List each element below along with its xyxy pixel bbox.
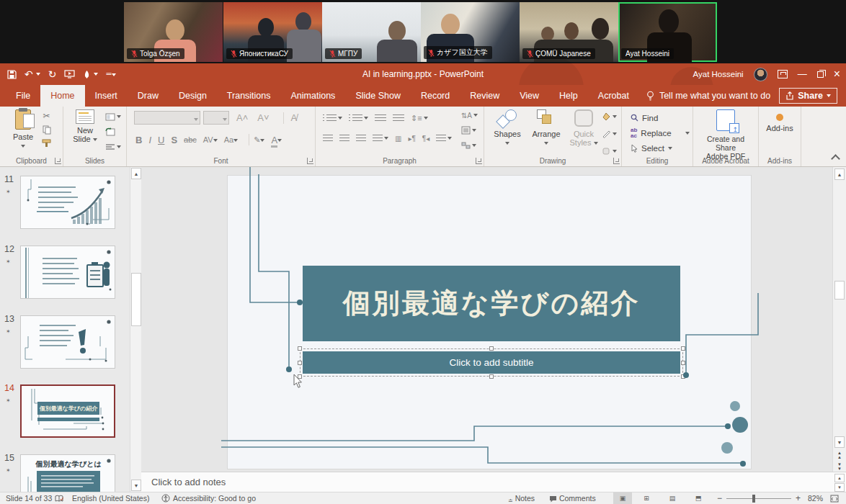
customize-qat-icon[interactable]: ═: [106, 70, 115, 78]
text-shadow-button[interactable]: S: [171, 135, 177, 145]
ribbon-display-options-icon[interactable]: [778, 70, 788, 78]
zoom-slider-knob[interactable]: [752, 495, 755, 503]
bold-button[interactable]: B: [135, 135, 142, 145]
font-dialog-launcher[interactable]: [307, 158, 313, 164]
tab-home[interactable]: Home: [40, 85, 84, 107]
tab-slide-show[interactable]: Slide Show: [345, 85, 411, 107]
strikethrough-button[interactable]: abc: [184, 135, 197, 144]
scroll-up-icon[interactable]: ▲: [834, 168, 845, 180]
scroll-down-icon[interactable]: ▼: [834, 436, 845, 448]
shape-fill-icon[interactable]: [602, 112, 611, 121]
select-button[interactable]: Select: [631, 141, 690, 155]
participant-video-active-speaker[interactable]: Ayat Hosseini: [618, 2, 717, 62]
slide-title-box[interactable]: 個別最適な学びの紹介: [303, 266, 680, 341]
selection-handle[interactable]: [298, 361, 302, 365]
text-direction-rtl-icon[interactable]: ¶◂: [422, 135, 429, 143]
copy-icon[interactable]: [43, 125, 51, 135]
font-name-combobox[interactable]: [134, 111, 200, 125]
fit-to-window-icon[interactable]: [830, 492, 839, 504]
notes-toggle[interactable]: ≐ Notes: [508, 492, 535, 504]
previous-slide-icon[interactable]: ▲▲: [834, 451, 845, 459]
tab-animations[interactable]: Animations: [281, 85, 346, 107]
zoom-in-icon[interactable]: +: [796, 492, 801, 504]
selection-handle[interactable]: [489, 346, 494, 351]
create-pdf-button[interactable]: Create and Share Adobe PDF: [696, 109, 755, 161]
thumbnail-scrollbar[interactable]: ▲ ▼: [130, 167, 141, 492]
find-button[interactable]: Find: [631, 111, 690, 125]
tab-transitions[interactable]: Transitions: [217, 85, 281, 107]
quick-styles-button[interactable]: Quick Styles: [565, 109, 602, 147]
save-icon[interactable]: [7, 70, 17, 79]
slide-sorter-view-button[interactable]: ⊞: [637, 492, 656, 504]
undo-icon[interactable]: ↶: [25, 68, 33, 80]
format-painter-icon[interactable]: [42, 139, 51, 148]
selection-handle[interactable]: [681, 346, 685, 351]
selection-handle[interactable]: [681, 374, 685, 379]
drawing-dialog-launcher[interactable]: [613, 158, 620, 164]
align-right-icon[interactable]: [356, 135, 366, 143]
text-direction-icon[interactable]: ⇅A: [461, 112, 472, 120]
selection-handle[interactable]: [681, 361, 685, 365]
tab-help[interactable]: Help: [549, 85, 588, 107]
bullets-icon[interactable]: [326, 114, 337, 122]
notes-scroll-down-icon[interactable]: ▼: [834, 483, 845, 492]
decrease-indent-icon[interactable]: [375, 114, 386, 122]
new-slide-button[interactable]: New Slide: [66, 109, 104, 143]
slide-thumbnail-15[interactable]: 個別最適な学びとは: [20, 454, 115, 492]
paste-button[interactable]: Paste: [4, 109, 42, 150]
shape-effects-icon[interactable]: [602, 147, 611, 156]
tab-insert[interactable]: Insert: [85, 85, 128, 107]
clipboard-dialog-launcher[interactable]: [55, 158, 61, 164]
notes-panel[interactable]: Click to add notes: [141, 472, 846, 492]
slide-layout-icon[interactable]: [105, 113, 115, 121]
tab-record[interactable]: Record: [411, 85, 460, 107]
animation-star-icon[interactable]: ✶: [6, 189, 11, 195]
animation-star-icon[interactable]: ✶: [6, 258, 11, 265]
tab-review[interactable]: Review: [460, 85, 509, 107]
zoom-slider-track[interactable]: [726, 498, 791, 499]
highlight-color-button[interactable]: ✎: [254, 135, 264, 145]
shape-outline-icon[interactable]: [602, 130, 611, 138]
cut-icon[interactable]: ✂: [43, 111, 50, 121]
justify-icon[interactable]: [373, 135, 383, 143]
participant-video[interactable]: Tolga Özşen: [124, 2, 223, 62]
font-size-combobox[interactable]: [203, 111, 229, 125]
italic-button[interactable]: I: [148, 135, 151, 145]
text-direction-ltr-icon[interactable]: ▸¶: [408, 135, 415, 143]
close-button[interactable]: ×: [834, 63, 840, 85]
selection-handle[interactable]: [298, 346, 302, 351]
font-color-button[interactable]: A: [271, 135, 282, 145]
align-center-icon[interactable]: [339, 135, 349, 143]
selection-handle[interactable]: [298, 374, 302, 379]
shapes-button[interactable]: Shapes: [489, 109, 526, 147]
undo-dropdown-icon[interactable]: [36, 73, 40, 78]
slideshow-button[interactable]: ⬒: [689, 492, 708, 504]
normal-view-button[interactable]: ▣: [613, 492, 632, 504]
align-left-icon[interactable]: [323, 135, 333, 143]
canvas-scrollbar[interactable]: ▲ ▼ ▲▲ ▼▼: [832, 167, 846, 472]
tab-file[interactable]: File: [6, 85, 40, 107]
columns-icon[interactable]: ▥: [395, 135, 401, 143]
animation-star-icon[interactable]: ✶: [6, 328, 11, 335]
account-avatar[interactable]: [754, 68, 767, 81]
add-remove-columns-icon[interactable]: [436, 135, 446, 143]
accessibility-status[interactable]: Accessibility: Good to go: [173, 492, 256, 504]
zoom-level[interactable]: 82%: [808, 492, 823, 504]
thumbnail-scroll-down-icon[interactable]: ▼: [131, 480, 141, 491]
tab-view[interactable]: View: [509, 85, 549, 107]
arrange-button[interactable]: Arrange: [527, 109, 565, 147]
replace-button[interactable]: abacReplace: [631, 126, 690, 140]
tab-draw[interactable]: Draw: [128, 85, 169, 107]
thumbnail-scroll-up-icon[interactable]: ▲: [131, 168, 141, 179]
accessibility-icon[interactable]: [161, 492, 170, 504]
minimize-button[interactable]: —: [798, 63, 807, 85]
collapse-ribbon-icon[interactable]: [831, 154, 840, 163]
subtitle-selection-border[interactable]: [300, 348, 683, 377]
account-user-name[interactable]: Ayat Hosseini: [693, 70, 744, 78]
align-text-icon[interactable]: [461, 126, 471, 135]
participant-video[interactable]: МГПУ: [322, 2, 421, 62]
participant-video[interactable]: ÇOMÜ Japanese: [520, 2, 618, 62]
character-spacing-button[interactable]: AV: [203, 135, 218, 144]
reset-slide-icon[interactable]: [105, 127, 115, 136]
slide-thumbnail-13[interactable]: [20, 315, 115, 369]
